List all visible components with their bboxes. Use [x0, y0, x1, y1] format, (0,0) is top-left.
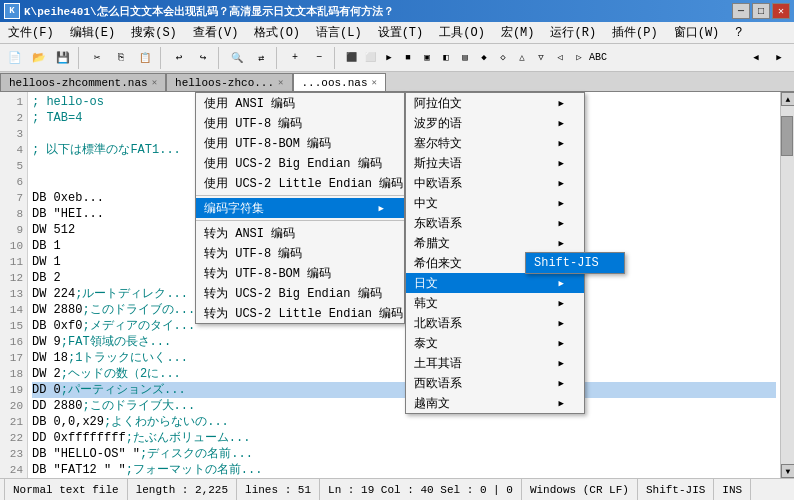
menu-settings[interactable]: 设置(T): [370, 22, 432, 43]
tb-btn-h[interactable]: ◆: [475, 47, 493, 69]
tab-0[interactable]: helloos-zhcomment.nas ✕: [0, 73, 166, 91]
menu-search[interactable]: 搜索(S): [123, 22, 185, 43]
tb-btn-i[interactable]: ◇: [494, 47, 512, 69]
dropdown-sep-1: [196, 195, 404, 196]
enc-turkish[interactable]: 土耳其语▶: [406, 353, 584, 373]
enc-arabic[interactable]: 阿拉伯文▶: [406, 93, 584, 113]
line-number-23: 23: [4, 446, 23, 462]
zoom-in-button[interactable]: +: [284, 47, 306, 69]
tab-2[interactable]: ...oos.nas ✕: [293, 73, 386, 91]
enc-celtic[interactable]: 塞尔特文▶: [406, 133, 584, 153]
enc-cyrillic[interactable]: 斯拉夫语▶: [406, 153, 584, 173]
tab-2-close[interactable]: ✕: [372, 77, 377, 88]
tab-1-close[interactable]: ✕: [278, 77, 283, 88]
tb-btn-m[interactable]: ▷: [570, 47, 588, 69]
menu-help[interactable]: ?: [727, 22, 750, 43]
cyrillic-arrow-icon: ▶: [559, 158, 564, 169]
line-number-20: 20: [4, 398, 23, 414]
east-eu-arrow-icon: ▶: [559, 218, 564, 229]
copy-button[interactable]: ⎘: [110, 47, 132, 69]
nav-left-button[interactable]: ◀: [745, 47, 767, 69]
new-button[interactable]: 📄: [4, 47, 26, 69]
menu-run[interactable]: 运行(R): [542, 22, 604, 43]
menu-convert-ucs2-le[interactable]: 转为 UCS-2 Little Endian 编码: [196, 303, 404, 323]
enc-japanese[interactable]: 日文▶: [406, 273, 584, 293]
menu-view[interactable]: 查看(V): [185, 22, 247, 43]
tb-btn-l[interactable]: ◁: [551, 47, 569, 69]
scroll-track[interactable]: [781, 106, 794, 464]
menu-tools[interactable]: 工具(O): [431, 22, 493, 43]
tab-1[interactable]: helloos-zhco... ✕: [166, 73, 292, 91]
enc-korean[interactable]: 韩文▶: [406, 293, 584, 313]
menu-language[interactable]: 语言(L): [308, 22, 370, 43]
line-number-17: 17: [4, 350, 23, 366]
tb-btn-b[interactable]: ⬜: [361, 47, 379, 69]
menu-convert-utf8[interactable]: 转为 UTF-8 编码: [196, 243, 404, 263]
minimize-button[interactable]: ─: [732, 3, 750, 19]
paste-button[interactable]: 📋: [134, 47, 156, 69]
close-button[interactable]: ✕: [772, 3, 790, 19]
menu-format[interactable]: 格式(O): [246, 22, 308, 43]
scroll-down-button[interactable]: ▼: [781, 464, 794, 478]
menu-window[interactable]: 窗口(W): [666, 22, 728, 43]
tb-btn-g[interactable]: ▤: [456, 47, 474, 69]
scroll-up-button[interactable]: ▲: [781, 92, 794, 106]
cut-button[interactable]: ✂: [86, 47, 108, 69]
enc-west-eu[interactable]: 西欧语系▶: [406, 373, 584, 393]
title-bar: K K\peihe401\怎么日文文本会出现乱码？高清显示日文文本乱码有何方法？…: [0, 0, 794, 22]
tab-0-close[interactable]: ✕: [152, 77, 157, 88]
zoom-out-button[interactable]: −: [308, 47, 330, 69]
menu-convert-ansi[interactable]: 转为 ANSI 编码: [196, 223, 404, 243]
korean-arrow-icon: ▶: [559, 298, 564, 309]
menu-use-ucs2-be[interactable]: 使用 UCS-2 Big Endian 编码: [196, 153, 404, 173]
vertical-scrollbar[interactable]: ▲ ▼: [780, 92, 794, 478]
enc-shift-jis[interactable]: Shift-JIS: [526, 253, 624, 273]
replace-button[interactable]: ⇄: [250, 47, 272, 69]
menu-use-utf8-bom[interactable]: 使用 UTF-8-BOM 编码: [196, 133, 404, 153]
tb-btn-d[interactable]: ■: [399, 47, 417, 69]
tb-btn-j[interactable]: △: [513, 47, 531, 69]
scroll-thumb[interactable]: [781, 116, 793, 156]
japanese-arrow-icon: ▶: [559, 278, 564, 289]
enc-east-eu[interactable]: 东欧语系▶: [406, 213, 584, 233]
code-line-23: DB "HELLO-OS" " ;ディスクの名前...: [32, 446, 776, 462]
menu-macro[interactable]: 宏(M): [493, 22, 543, 43]
menu-plugins[interactable]: 插件(P): [604, 22, 666, 43]
line-number-16: 16: [4, 334, 23, 350]
enc-chinese[interactable]: 中文▶: [406, 193, 584, 213]
line-number-19: 19: [4, 382, 23, 398]
menu-convert-utf8-bom[interactable]: 转为 UTF-8-BOM 编码: [196, 263, 404, 283]
tb-btn-f[interactable]: ◧: [437, 47, 455, 69]
enc-thai[interactable]: 泰文▶: [406, 333, 584, 353]
enc-nordic[interactable]: 北欧语系▶: [406, 313, 584, 333]
menu-file[interactable]: 文件(F): [0, 22, 62, 43]
undo-button[interactable]: ↩: [168, 47, 190, 69]
status-bar: Normal text file length : 2,225 lines : …: [0, 478, 794, 500]
menu-use-ansi[interactable]: 使用 ANSI 编码: [196, 93, 404, 113]
tb-btn-a[interactable]: ⬛: [342, 47, 360, 69]
enc-baltic[interactable]: 波罗的语▶: [406, 113, 584, 133]
tb-btn-e[interactable]: ▣: [418, 47, 436, 69]
menu-charset[interactable]: 编码字符集▶: [196, 198, 404, 218]
menu-edit[interactable]: 编辑(E): [62, 22, 124, 43]
nav-right-button[interactable]: ▶: [768, 47, 790, 69]
enc-greek[interactable]: 希腊文▶: [406, 233, 584, 253]
redo-button[interactable]: ↪: [192, 47, 214, 69]
menu-convert-ucs2-be[interactable]: 转为 UCS-2 Big Endian 编码: [196, 283, 404, 303]
japanese-submenu[interactable]: Shift-JIS: [525, 252, 625, 274]
tb-btn-c[interactable]: ▶: [380, 47, 398, 69]
central-eu-arrow-icon: ▶: [559, 178, 564, 189]
tb-btn-k[interactable]: ▽: [532, 47, 550, 69]
menu-use-utf8[interactable]: 使用 UTF-8 编码: [196, 113, 404, 133]
status-filetype: Normal text file: [4, 479, 128, 500]
enc-central-eu[interactable]: 中欧语系▶: [406, 173, 584, 193]
enc-vietnamese[interactable]: 越南文▶: [406, 393, 584, 413]
code-line-16: DW 9 ;FAT領域の長さ...: [32, 334, 776, 350]
find-button[interactable]: 🔍: [226, 47, 248, 69]
main-dropdown-menu[interactable]: 使用 ANSI 编码 使用 UTF-8 编码 使用 UTF-8-BOM 编码 使…: [195, 92, 405, 324]
open-button[interactable]: 📂: [28, 47, 50, 69]
tb-btn-n[interactable]: ABC: [589, 47, 607, 69]
maximize-button[interactable]: □: [752, 3, 770, 19]
menu-use-ucs2-le[interactable]: 使用 UCS-2 Little Endian 编码: [196, 173, 404, 193]
save-button[interactable]: 💾: [52, 47, 74, 69]
